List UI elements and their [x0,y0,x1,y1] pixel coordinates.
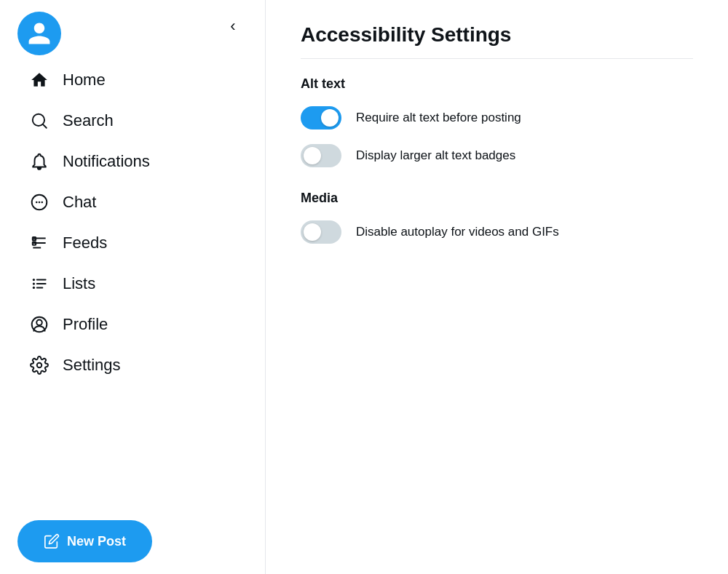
profile-icon [29,314,50,335]
sidebar-item-search[interactable]: Search [17,102,248,140]
media-section-title: Media [301,191,693,206]
sidebar: ‹ Home Search [0,0,266,574]
svg-point-12 [33,279,35,281]
require-alt-text-thumb [321,109,339,127]
svg-point-16 [33,287,35,289]
display-larger-alt-text-label: Display larger alt text badges [356,148,515,163]
nav-items: Home Search Notifications [17,61,248,509]
display-larger-alt-text-toggle[interactable] [301,144,341,167]
page-title: Accessibility Settings [301,23,693,47]
page-header: Accessibility Settings [301,23,693,59]
sidebar-item-chat[interactable]: Chat [17,183,248,221]
avatar[interactable] [17,12,61,55]
sidebar-item-lists[interactable]: Lists [17,265,248,303]
sidebar-item-notifications[interactable]: Notifications [17,143,248,180]
sidebar-item-label-chat: Chat [63,193,96,212]
display-larger-alt-text-thumb [304,147,321,164]
svg-point-5 [41,202,43,204]
media-section: Media Disable autoplay for videos and GI… [301,191,693,244]
disable-autoplay-row: Disable autoplay for videos and GIFs [301,220,693,244]
require-alt-text-label: Require alt text before posting [356,111,521,125]
edit-icon [44,533,60,549]
disable-autoplay-thumb [304,223,321,241]
svg-point-3 [36,202,38,204]
svg-point-4 [39,202,41,204]
alt-text-section: Alt text Require alt text before posting… [301,76,693,167]
sidebar-item-profile[interactable]: Profile [17,306,248,343]
sidebar-item-label-settings: Settings [63,356,121,375]
svg-point-20 [37,363,42,368]
svg-line-1 [43,124,47,128]
sidebar-item-feeds[interactable]: Feeds [17,224,248,262]
require-alt-text-toggle[interactable] [301,106,341,129]
display-larger-alt-text-row: Display larger alt text badges [301,144,693,167]
require-alt-text-row: Require alt text before posting [301,106,693,129]
sidebar-item-label-lists: Lists [63,274,95,293]
sidebar-top: ‹ [17,12,248,55]
svg-point-14 [33,282,35,284]
disable-autoplay-toggle[interactable] [301,220,341,244]
alt-text-section-title: Alt text [301,76,693,92]
svg-point-19 [36,320,42,326]
search-icon [29,111,50,131]
home-icon [29,70,50,90]
sidebar-item-settings[interactable]: Settings [17,346,248,384]
sidebar-item-label-profile: Profile [63,315,108,334]
chat-icon [29,192,50,212]
disable-autoplay-label: Disable autoplay for videos and GIFs [356,225,559,239]
feeds-icon [29,233,50,253]
notifications-icon [29,151,50,172]
sidebar-item-label-home: Home [63,71,106,89]
user-icon [26,20,52,47]
sidebar-item-label-notifications: Notifications [63,152,150,171]
settings-icon [29,355,50,375]
sidebar-item-label-feeds: Feeds [63,234,107,252]
new-post-button[interactable]: New Post [17,520,152,562]
back-button[interactable]: ‹ [218,12,248,41]
new-post-label: New Post [67,534,126,549]
sidebar-item-home[interactable]: Home [17,61,248,99]
main-content: Accessibility Settings Alt text Require … [266,0,728,574]
lists-icon [29,274,50,294]
sidebar-item-label-search: Search [63,111,114,130]
